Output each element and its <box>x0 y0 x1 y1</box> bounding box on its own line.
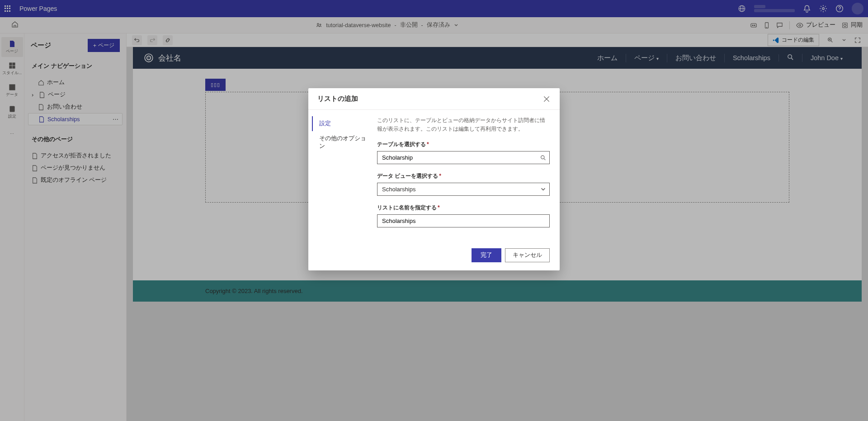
modal-description: このリストに、テーブルとビューの格納データからサイト訪問者に情報が表示されます。… <box>377 116 550 133</box>
tab-other-options[interactable]: その他のオプション <box>312 131 373 154</box>
close-icon[interactable] <box>542 95 551 103</box>
list-name-input[interactable] <box>377 214 550 227</box>
view-select[interactable]: Scholarships <box>377 183 550 196</box>
label-list-name: リストに名前を指定する* <box>377 204 550 212</box>
tab-settings[interactable]: 設定 <box>312 116 373 131</box>
label-select-table: テーブルを選択する* <box>377 141 550 148</box>
modal-title: リストの追加 <box>317 95 358 103</box>
done-button[interactable]: 完了 <box>472 248 501 262</box>
label-select-view: データ ビューを選択する* <box>377 172 550 180</box>
add-list-modal: リストの追加 設定 その他のオプション このリストに、テーブルとビューの格納デー… <box>308 88 560 270</box>
modal-tabs: 設定 その他のオプション <box>308 116 377 240</box>
table-search-input[interactable] <box>377 151 550 164</box>
cancel-button[interactable]: キャンセル <box>505 248 550 262</box>
